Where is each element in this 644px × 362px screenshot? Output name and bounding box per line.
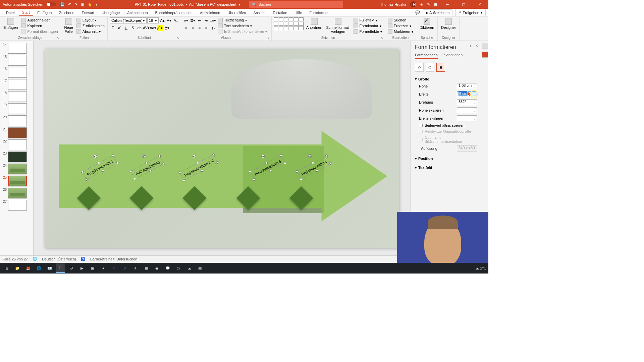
section-position[interactable]: ▸ Position xyxy=(415,155,477,162)
shrink-font-icon[interactable]: A▾ xyxy=(166,17,172,23)
thumb-16[interactable] xyxy=(8,67,27,78)
replace-button[interactable]: Ersetzen ▾ xyxy=(387,23,414,28)
tab-dictation[interactable]: Dictation xyxy=(269,10,290,16)
start-button[interactable]: ⊞ xyxy=(2,263,11,273)
line-spacing-button[interactable]: ‡≡▾ xyxy=(210,17,216,23)
thumb-19[interactable] xyxy=(8,103,27,114)
app-icon-7[interactable]: ◎ xyxy=(174,263,183,273)
bullets-button[interactable]: ≡▾ xyxy=(183,17,189,23)
font-size-select[interactable]: 18▾ xyxy=(147,17,159,23)
thumb-15[interactable] xyxy=(8,55,27,66)
app-icon-9[interactable]: ▤ xyxy=(195,263,205,273)
rail-button-1[interactable] xyxy=(482,43,488,49)
shapes-gallery[interactable] xyxy=(274,17,304,30)
fill-line-icon[interactable]: ◇ xyxy=(415,63,424,72)
comments-icon[interactable]: 💬 xyxy=(415,10,420,15)
case-button[interactable]: Aa▾ xyxy=(150,25,156,31)
language-status[interactable]: Deutsch (Österreich) xyxy=(42,257,76,261)
share-button[interactable]: ↗ Freigeben ▾ xyxy=(455,9,486,16)
close-button[interactable]: ✕ xyxy=(474,0,486,9)
maximize-button[interactable]: ▢ xyxy=(458,0,470,9)
arrange-button[interactable]: Anordnen xyxy=(305,17,324,30)
indent-dec-button[interactable]: ⇤ xyxy=(197,17,203,23)
section-textbox[interactable]: ▸ Textfeld xyxy=(415,164,477,171)
tab-bildschirm[interactable]: Bildschirmpräsentation xyxy=(152,10,196,16)
text-direction-button[interactable]: Textrichtung ▾ xyxy=(217,17,268,23)
rotation-input[interactable]: 332°▴▾ xyxy=(457,99,477,105)
touch-mode-icon[interactable]: 👆 xyxy=(88,2,92,7)
underline-button[interactable]: U xyxy=(123,25,129,31)
tab-aufzeichnen[interactable]: Aufzeichnen xyxy=(197,10,224,16)
slide-counter[interactable]: Folie 25 von 27 xyxy=(3,257,28,261)
strike-button[interactable]: S xyxy=(130,25,136,31)
shadow-button[interactable]: ab xyxy=(137,25,143,31)
font-color-button[interactable]: A▾ xyxy=(164,25,170,31)
scale-h-input[interactable]: ▴▾ xyxy=(457,107,477,113)
app-icon-1[interactable]: 🗨 xyxy=(66,263,76,273)
powerpoint-icon[interactable]: P xyxy=(56,263,65,273)
height-input[interactable]: 1,03 cm▴▾ xyxy=(457,83,477,89)
cut-button[interactable]: Ausschneiden xyxy=(20,17,58,23)
chevron-down-icon[interactable]: ▾ xyxy=(238,2,240,7)
app-icon-2[interactable]: ▣ xyxy=(88,263,97,273)
autosave-toggle[interactable]: Automatisches Speichern xyxy=(3,2,56,6)
section-size[interactable]: ▾ Größe xyxy=(415,76,477,82)
thumb-21[interactable] xyxy=(8,127,27,138)
lang-icon[interactable]: 🌐 xyxy=(33,257,37,261)
app-icon-8[interactable]: ☁ xyxy=(184,263,194,273)
thumb-22[interactable] xyxy=(8,139,27,150)
smartart-button[interactable]: In SmartArt konvertieren ▾ xyxy=(217,29,268,34)
outlook-icon[interactable]: 📧 xyxy=(45,263,54,273)
tab-start[interactable]: Start xyxy=(19,9,33,16)
tab-zeichnen[interactable]: Zeichnen xyxy=(56,10,77,16)
app-icon-6[interactable]: 💬 xyxy=(163,263,172,273)
size-props-icon[interactable]: ⊞ xyxy=(436,63,445,72)
firefox-icon[interactable]: 🦊 xyxy=(23,263,33,273)
align-left-button[interactable]: ≡ xyxy=(183,25,189,31)
section-button[interactable]: Abschnitt ▾ xyxy=(76,29,105,34)
tab-ueberpruefen[interactable]: Überprüfen xyxy=(224,10,249,16)
numbering-button[interactable]: ≣▾ xyxy=(190,17,196,23)
save-icon[interactable]: 💾 xyxy=(60,2,65,7)
telegram-icon[interactable]: ✈ xyxy=(131,263,140,273)
justify-button[interactable]: ≡ xyxy=(203,25,209,31)
thumb-27[interactable] xyxy=(8,200,27,210)
thumb-17[interactable] xyxy=(8,79,27,90)
tab-formformat[interactable]: Formformat xyxy=(306,10,332,16)
format-painter-button[interactable]: Format übertragen xyxy=(20,29,58,34)
lock-aspect-check[interactable]: Seitenverhältnis sperren xyxy=(415,122,477,128)
align-text-button[interactable]: Text ausrichten ▾ xyxy=(217,23,268,28)
thumb-20[interactable] xyxy=(8,115,27,126)
effects-icon[interactable]: ⬠ xyxy=(426,63,434,72)
launcher-icon[interactable]: ⬊ xyxy=(177,37,180,40)
diamond-icon[interactable]: ◈ xyxy=(420,2,423,7)
thumb-14[interactable] xyxy=(8,43,27,54)
vlc-icon[interactable]: ▶ xyxy=(77,263,87,273)
clear-format-icon[interactable]: Aᵩ xyxy=(173,17,179,23)
tab-entwurf[interactable]: Entwurf xyxy=(78,10,98,16)
window-icon[interactable]: ▦ xyxy=(434,2,437,7)
slide-thumbnails[interactable]: 14 15 16 17 18 19 20 21 22 23 24 25 26 2… xyxy=(0,41,34,255)
highlight-button[interactable]: 🖍▾ xyxy=(157,25,163,31)
thumb-25[interactable] xyxy=(8,176,27,186)
spacing-button[interactable]: AV▾ xyxy=(143,25,149,31)
tab-einfuegen[interactable]: Einfügen xyxy=(34,10,55,16)
tab-datei[interactable]: Datei xyxy=(3,10,18,16)
qat-more-icon[interactable]: ▾ xyxy=(96,2,98,7)
copy-button[interactable]: Kopieren xyxy=(20,23,58,28)
align-center-button[interactable]: ≡ xyxy=(190,25,196,31)
present-icon[interactable]: ▣ xyxy=(81,2,84,7)
tab-animationen[interactable]: Animationen xyxy=(124,10,151,16)
layout-button[interactable]: Layout ▾ xyxy=(76,17,105,23)
tab-uebergaenge[interactable]: Übergänge xyxy=(98,10,123,16)
bold-button[interactable]: F xyxy=(110,25,116,31)
scale-w-input[interactable]: ▴▾ xyxy=(457,115,477,121)
chrome-icon[interactable]: 🌐 xyxy=(34,263,44,273)
shape-effects-button[interactable]: Formeffekte ▾ xyxy=(353,29,383,34)
thumb-18[interactable] xyxy=(8,91,27,102)
pane-collapse-icon[interactable]: ▾ xyxy=(470,44,472,48)
tab-hilfe[interactable]: Hilfe xyxy=(291,10,305,16)
quick-styles-button[interactable]: Schnellformat- vorlagen xyxy=(325,17,352,34)
find-button[interactable]: Suchen xyxy=(387,17,414,23)
indent-inc-button[interactable]: ⇥ xyxy=(203,17,209,23)
